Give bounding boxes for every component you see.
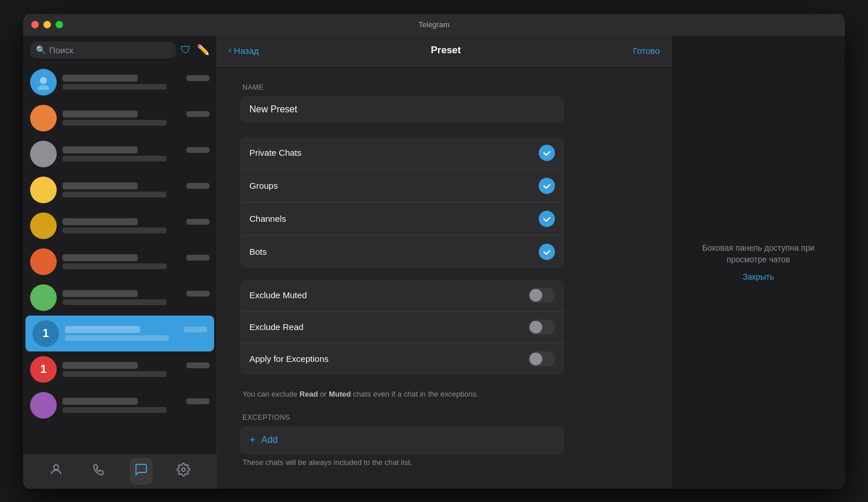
chat-item[interactable]: [23, 100, 216, 136]
exclude-read-toggle[interactable]: [528, 320, 555, 335]
private-chats-option[interactable]: Private Chats: [240, 137, 564, 170]
exclude-muted-label: Exclude Muted: [249, 290, 307, 300]
private-chats-label: Private Chats: [249, 148, 301, 157]
chat-content: [62, 111, 209, 126]
svg-point-1: [38, 85, 49, 90]
search-icon: 🔍: [36, 45, 46, 54]
calls-tab[interactable]: [87, 458, 110, 485]
groups-option[interactable]: Groups: [240, 170, 564, 203]
window-title: Telegram: [418, 20, 449, 29]
minimize-button[interactable]: [43, 21, 51, 28]
panel-hint: Боковая панель доступна при просмотре ча…: [683, 243, 833, 265]
app-body: 🔍 Поиск 🛡 ✏️: [23, 36, 845, 489]
header-icons: 🛡 ✏️: [181, 43, 209, 56]
chat-item[interactable]: [23, 244, 216, 280]
maximize-button[interactable]: [56, 21, 63, 28]
chat-item[interactable]: [23, 208, 216, 244]
sidebar-bottom: [23, 454, 216, 489]
svg-point-3: [182, 468, 185, 471]
chat-content: [62, 146, 209, 162]
close-button[interactable]: [31, 21, 39, 28]
avatar: [30, 69, 57, 96]
close-panel-link[interactable]: Закрыть: [743, 272, 774, 281]
groups-check: [539, 178, 555, 194]
chat-content: [62, 362, 209, 377]
exclude-muted-option[interactable]: Exclude Muted: [240, 280, 564, 312]
chat-item[interactable]: [23, 64, 216, 100]
chat-content: [62, 290, 209, 305]
apply-exceptions-label: Apply for Exceptions: [249, 354, 329, 364]
traffic-lights: [31, 21, 63, 28]
preset-form: NAME Private Chats Groups: [217, 66, 671, 489]
compose-icon[interactable]: ✏️: [197, 43, 209, 56]
done-button[interactable]: Готово: [633, 46, 660, 56]
apply-exceptions-option[interactable]: Apply for Exceptions: [240, 343, 564, 375]
exclude-read-label: Exclude Read: [249, 322, 303, 332]
name-input[interactable]: [240, 96, 564, 123]
chat-content: [62, 75, 209, 90]
settings-tab[interactable]: [172, 458, 195, 485]
chat-content: [62, 182, 209, 197]
chat-item[interactable]: [23, 387, 216, 423]
chat-types-group: Private Chats Groups Channels: [240, 137, 564, 268]
avatar: [30, 248, 57, 275]
bots-check: [539, 244, 555, 260]
page-title: Preset: [259, 45, 632, 56]
exceptions-hint: These chats will be always included to t…: [240, 455, 564, 470]
avatar: [30, 177, 57, 203]
back-label: Назад: [234, 46, 259, 56]
channels-label: Channels: [249, 214, 286, 223]
filter-hint: You can exclude Read or Muted chats even…: [240, 386, 564, 402]
channels-check: [539, 211, 555, 227]
avatar: 1: [30, 356, 57, 383]
avatar: [30, 105, 57, 131]
chat-content: [62, 398, 209, 413]
chats-tab[interactable]: [130, 458, 153, 485]
channels-option[interactable]: Channels: [240, 203, 564, 236]
chat-item[interactable]: [23, 172, 216, 208]
main-content: ‹ Назад Preset Готово NAME Private Chats: [217, 36, 671, 489]
avatar: [30, 392, 57, 419]
filters-group: Exclude Muted Exclude Read Apply for Exc…: [240, 280, 564, 375]
name-section: NAME: [240, 83, 648, 123]
main-header: ‹ Назад Preset Готово: [217, 36, 671, 66]
chevron-left-icon: ‹: [229, 45, 231, 56]
chat-item[interactable]: [23, 280, 216, 316]
shield-icon[interactable]: 🛡: [181, 44, 191, 56]
sidebar-header: 🔍 Поиск 🛡 ✏️: [23, 36, 216, 64]
exclude-muted-toggle[interactable]: [528, 288, 555, 303]
name-section-label: NAME: [240, 83, 648, 91]
app-window: Telegram 🔍 Поиск 🛡 ✏️: [23, 14, 845, 489]
chat-item[interactable]: 1: [23, 351, 216, 387]
chat-item[interactable]: [23, 136, 216, 172]
chat-list: 1 1: [23, 64, 216, 454]
contacts-tab[interactable]: [45, 458, 68, 485]
groups-label: Groups: [249, 181, 278, 190]
active-chat-item[interactable]: 1: [25, 316, 214, 351]
private-chats-check: [539, 145, 555, 161]
exclude-read-option[interactable]: Exclude Read: [240, 312, 564, 343]
search-bar[interactable]: 🔍 Поиск: [30, 42, 176, 58]
add-exception-button[interactable]: + Add: [240, 426, 564, 455]
avatar: [30, 212, 57, 239]
title-bar: Telegram: [23, 14, 845, 36]
chat-content: [62, 254, 209, 269]
search-placeholder: Поиск: [49, 45, 73, 55]
back-button[interactable]: ‹ Назад: [229, 45, 259, 56]
chat-content: [62, 218, 209, 233]
avatar: [30, 141, 57, 167]
avatar: 1: [32, 320, 59, 347]
svg-point-0: [40, 77, 47, 84]
bots-option[interactable]: Bots: [240, 236, 564, 268]
sidebar: 🔍 Поиск 🛡 ✏️: [23, 36, 217, 489]
exceptions-section: EXCEPTIONS + Add These chats will be alw…: [240, 413, 648, 470]
plus-icon: +: [249, 434, 256, 446]
exceptions-section-label: EXCEPTIONS: [240, 413, 648, 422]
bots-label: Bots: [249, 247, 267, 257]
chat-content: [65, 326, 207, 341]
apply-exceptions-toggle[interactable]: [528, 351, 555, 367]
right-panel: Боковая панель доступна при просмотре ча…: [671, 36, 845, 489]
add-label: Add: [262, 435, 278, 445]
svg-point-2: [54, 465, 58, 470]
avatar: [30, 284, 57, 311]
